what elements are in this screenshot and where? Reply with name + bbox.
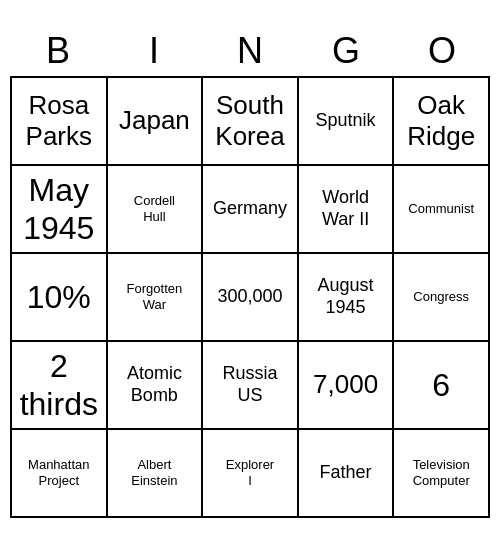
bingo-cell-4-3: Father	[299, 430, 395, 518]
bingo-cell-1-2: Germany	[203, 166, 299, 254]
header-letter-O: O	[394, 26, 490, 76]
bingo-cell-2-4: Congress	[394, 254, 490, 342]
bingo-cell-2-0: 10%	[12, 254, 108, 342]
cell-text-4-2: ExplorerI	[226, 457, 274, 488]
bingo-cell-2-1: ForgottenWar	[108, 254, 204, 342]
bingo-cell-4-2: ExplorerI	[203, 430, 299, 518]
bingo-cell-0-3: Sputnik	[299, 78, 395, 166]
cell-text-2-3: August1945	[318, 275, 374, 318]
bingo-header: BINGO	[10, 26, 490, 76]
cell-text-3-1: AtomicBomb	[127, 363, 182, 406]
bingo-cell-1-0: May1945	[12, 166, 108, 254]
bingo-cell-3-2: RussiaUS	[203, 342, 299, 430]
header-letter-I: I	[106, 26, 202, 76]
cell-text-3-4: 6	[432, 366, 450, 404]
bingo-cell-2-2: 300,000	[203, 254, 299, 342]
cell-text-1-4: Communist	[408, 201, 474, 217]
header-letter-N: N	[202, 26, 298, 76]
bingo-cell-3-4: 6	[394, 342, 490, 430]
cell-text-0-3: Sputnik	[316, 110, 376, 132]
header-letter-G: G	[298, 26, 394, 76]
bingo-cell-4-0: ManhattanProject	[12, 430, 108, 518]
cell-text-4-3: Father	[320, 462, 372, 484]
cell-text-0-4: OakRidge	[407, 90, 475, 152]
bingo-cell-3-0: 2thirds	[12, 342, 108, 430]
cell-text-3-2: RussiaUS	[222, 363, 277, 406]
cell-text-0-1: Japan	[119, 105, 190, 136]
cell-text-0-0: RosaParks	[26, 90, 92, 152]
bingo-cell-0-4: OakRidge	[394, 78, 490, 166]
cell-text-2-0: 10%	[27, 278, 91, 316]
cell-text-3-0: 2thirds	[20, 347, 98, 424]
cell-text-2-4: Congress	[413, 289, 469, 305]
cell-text-1-1: CordellHull	[134, 193, 175, 224]
bingo-cell-1-4: Communist	[394, 166, 490, 254]
bingo-cell-1-3: WorldWar II	[299, 166, 395, 254]
bingo-cell-1-1: CordellHull	[108, 166, 204, 254]
cell-text-0-2: SouthKorea	[215, 90, 284, 152]
cell-text-4-4: TelevisionComputer	[413, 457, 470, 488]
cell-text-1-2: Germany	[213, 198, 287, 220]
cell-text-1-3: WorldWar II	[322, 187, 369, 230]
cell-text-3-3: 7,000	[313, 369, 378, 400]
bingo-cell-4-4: TelevisionComputer	[394, 430, 490, 518]
bingo-cell-4-1: AlbertEinstein	[108, 430, 204, 518]
bingo-cell-0-2: SouthKorea	[203, 78, 299, 166]
header-letter-B: B	[10, 26, 106, 76]
bingo-cell-2-3: August1945	[299, 254, 395, 342]
bingo-cell-3-1: AtomicBomb	[108, 342, 204, 430]
cell-text-1-0: May1945	[23, 171, 94, 248]
cell-text-4-0: ManhattanProject	[28, 457, 89, 488]
bingo-card: BINGO RosaParksJapanSouthKoreaSputnikOak…	[10, 26, 490, 518]
bingo-cell-0-1: Japan	[108, 78, 204, 166]
cell-text-2-1: ForgottenWar	[127, 281, 183, 312]
bingo-grid: RosaParksJapanSouthKoreaSputnikOakRidgeM…	[10, 76, 490, 518]
cell-text-4-1: AlbertEinstein	[131, 457, 177, 488]
bingo-cell-0-0: RosaParks	[12, 78, 108, 166]
cell-text-2-2: 300,000	[217, 286, 282, 308]
bingo-cell-3-3: 7,000	[299, 342, 395, 430]
